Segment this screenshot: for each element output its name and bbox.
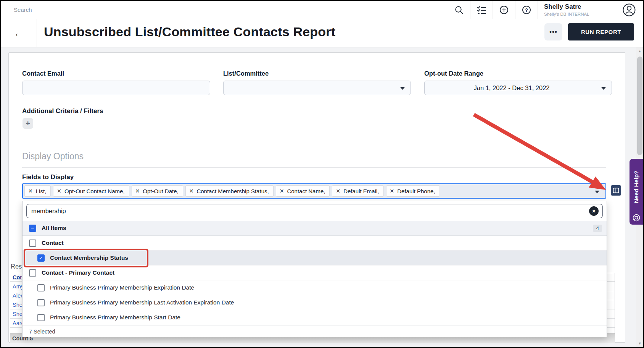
- run-report-button[interactable]: RUN REPORT: [568, 23, 634, 40]
- dropdown-option-pb-membership-last-activation[interactable]: Primary Business Primary Membership Last…: [23, 295, 607, 310]
- additional-criteria-label: Additional Criteria / Filters: [22, 107, 103, 115]
- chip-optout-date[interactable]: ✕Opt-Out Date,: [132, 185, 183, 197]
- back-button[interactable]: ←: [1, 19, 37, 47]
- list-committee-select[interactable]: [223, 81, 411, 95]
- minus-icon: –: [31, 225, 34, 231]
- fields-multiselect[interactable]: ✕List, ✕Opt-Out Contact Name, ✕Opt-Out D…: [22, 183, 606, 199]
- checkbox-indeterminate[interactable]: –: [29, 225, 36, 232]
- user-org: Shelly's DB INTERNAL: [544, 12, 611, 16]
- selection-summary: 7 Selected: [23, 325, 607, 338]
- need-help-label: Need Help?: [633, 170, 640, 203]
- chevron-down-icon: [601, 87, 606, 90]
- chevron-down-icon: [400, 87, 405, 90]
- chip-label: Opt-Out Contact Name,: [64, 188, 125, 194]
- checkbox-unchecked[interactable]: [29, 269, 36, 277]
- chip-optout-contact-name[interactable]: ✕Opt-Out Contact Name,: [53, 185, 129, 197]
- page-title: Unsubscribed List/Committee Contacts Rep…: [44, 24, 335, 39]
- optout-range-field-group: Opt-out Date Range Jan 1, 2022 - Dec 31,…: [424, 70, 612, 95]
- title-bar: ← Unsubscribed List/Committee Contacts R…: [1, 19, 643, 47]
- chip-label: List,: [36, 188, 47, 194]
- search-icon: [454, 5, 464, 15]
- chip-label: Default Phone,: [397, 188, 435, 194]
- chip-contact-membership-status[interactable]: ✕Contact Membership Status,: [185, 185, 274, 197]
- scrollbar-thumb[interactable]: [637, 57, 642, 155]
- scroll-up-icon[interactable]: ▲: [636, 49, 643, 53]
- chip-label: Contact Name,: [287, 188, 325, 194]
- clear-search-button[interactable]: ✕: [589, 206, 599, 216]
- dropdown-option-contact[interactable]: Contact: [23, 236, 607, 251]
- ellipsis-icon: •••: [549, 28, 557, 36]
- search-button[interactable]: [448, 1, 470, 19]
- user-info: Shelly Satre Shelly's DB INTERNAL: [538, 3, 618, 16]
- remove-icon[interactable]: ✕: [57, 188, 61, 194]
- fields-dropdown-panel: ✕ – All Items 4 Contact ✓ Contact Member…: [22, 201, 607, 337]
- check-icon: ✓: [39, 256, 43, 261]
- remove-icon[interactable]: ✕: [390, 188, 394, 194]
- remove-icon[interactable]: ✕: [336, 188, 340, 194]
- back-arrow-icon: ←: [14, 28, 24, 39]
- chip-label: Opt-Out Date,: [143, 188, 178, 194]
- content-area: Contact Email List/Committee Opt-out Dat…: [1, 47, 643, 347]
- checkbox-unchecked[interactable]: [29, 240, 36, 247]
- dropdown-search-wrap: ✕: [23, 201, 607, 221]
- remove-icon[interactable]: ✕: [28, 188, 33, 194]
- list-committee-label: List/Committee: [223, 70, 411, 77]
- dropdown-option-contact-membership-status[interactable]: ✓ Contact Membership Status: [23, 251, 607, 265]
- checkbox-unchecked[interactable]: [37, 314, 45, 321]
- checkbox-unchecked[interactable]: [37, 284, 45, 291]
- option-label: Contact - Primary Contact: [42, 269, 114, 276]
- chip-default-email[interactable]: ✕Default Email,: [332, 185, 383, 197]
- need-help-tab[interactable]: Need Help?: [630, 159, 643, 225]
- global-search-input[interactable]: [14, 6, 174, 13]
- dropdown-option-pb-membership-start[interactable]: Primary Business Primary Membership Star…: [23, 310, 607, 325]
- checkbox-checked[interactable]: ✓: [37, 254, 45, 262]
- chip-contact-name[interactable]: ✕Contact Name,: [276, 185, 330, 197]
- report-criteria-card: Contact Email List/Committee Opt-out Dat…: [8, 52, 625, 343]
- scroll-down-icon[interactable]: ▼: [636, 342, 643, 345]
- dropdown-option-pb-membership-expiration[interactable]: Primary Business Primary Membership Expi…: [23, 280, 607, 295]
- display-options-heading: Display Options: [22, 151, 84, 162]
- list-committee-field-group: List/Committee: [223, 70, 411, 95]
- selected-count-badge: 4: [593, 225, 602, 232]
- add-circle-icon: [499, 5, 509, 15]
- remove-icon[interactable]: ✕: [280, 188, 284, 194]
- life-ring-icon: [632, 214, 641, 222]
- account-menu-button[interactable]: [618, 1, 640, 19]
- help-button[interactable]: ?: [515, 1, 538, 19]
- column-settings-button[interactable]: [611, 185, 621, 196]
- option-label: Primary Business Primary Membership Expi…: [50, 284, 194, 291]
- chevron-down-icon[interactable]: [595, 191, 599, 193]
- svg-text:?: ?: [525, 7, 528, 13]
- checklist-icon: [477, 5, 486, 15]
- optout-range-label: Opt-out Date Range: [424, 70, 612, 77]
- option-label: Contact Membership Status: [50, 254, 128, 261]
- optout-range-select[interactable]: Jan 1, 2022 - Dec 31, 2022: [424, 81, 612, 95]
- contact-email-field-group: Contact Email: [22, 70, 210, 95]
- contact-email-input[interactable]: [23, 81, 210, 95]
- remove-icon[interactable]: ✕: [135, 188, 140, 194]
- fields-to-display-label: Fields to Display: [22, 173, 74, 181]
- chip-label: Default Email,: [343, 188, 379, 194]
- contact-email-box: [22, 81, 210, 95]
- dropdown-option-all-items[interactable]: – All Items 4: [23, 221, 607, 236]
- option-label: All Items: [42, 225, 66, 231]
- chip-default-phone[interactable]: ✕Default Phone,: [386, 185, 440, 197]
- dropdown-search-input[interactable]: [26, 204, 603, 218]
- option-label: Contact: [42, 240, 64, 246]
- optout-range-value: Jan 1, 2022 - Dec 31, 2022: [425, 84, 612, 92]
- more-options-button[interactable]: •••: [544, 23, 562, 40]
- checkbox-unchecked[interactable]: [37, 299, 45, 306]
- account-icon: [622, 3, 636, 17]
- add-button[interactable]: [493, 1, 515, 19]
- top-bar: ? Shelly Satre Shelly's DB INTERNAL: [1, 1, 643, 19]
- user-name: Shelly Satre: [544, 3, 611, 11]
- chip-list[interactable]: ✕List,: [24, 185, 51, 197]
- tasks-button[interactable]: [470, 1, 493, 19]
- option-label: Primary Business Primary Membership Last…: [50, 299, 234, 306]
- dropdown-option-contact-primary-contact[interactable]: Contact - Primary Contact: [23, 265, 607, 280]
- help-circle-icon: ?: [522, 5, 531, 15]
- remove-icon[interactable]: ✕: [189, 188, 194, 194]
- add-filter-button[interactable]: +: [23, 118, 33, 129]
- chip-label: Contact Membership Status,: [196, 188, 269, 194]
- section-divider: [22, 167, 606, 168]
